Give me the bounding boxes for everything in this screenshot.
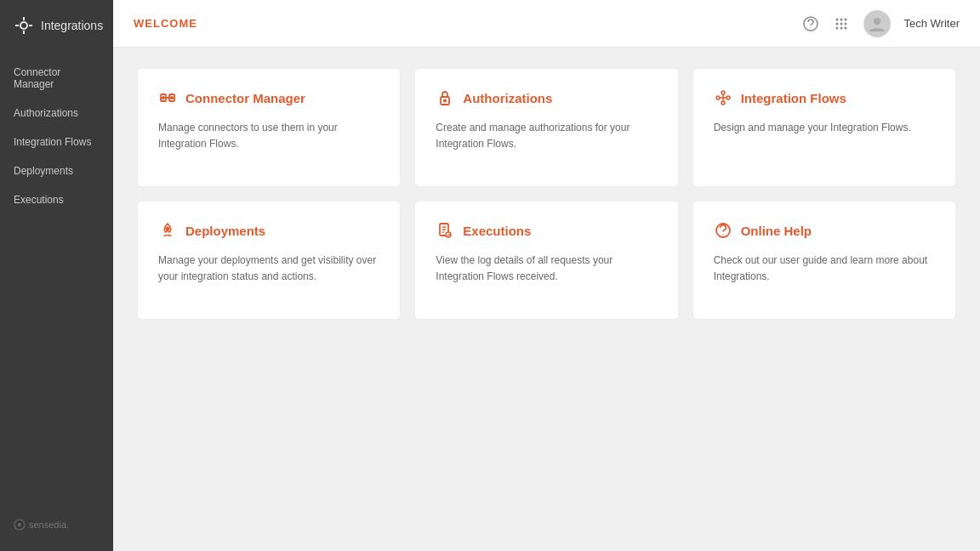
card-description: Create and manage authorizations for you… (436, 120, 657, 152)
card-description: Check out our user guide and learn more … (714, 253, 935, 285)
card-executions[interactable]: Executions View the log details of all r… (414, 201, 678, 320)
svg-point-23 (721, 91, 725, 94)
card-online-help[interactable]: Online Help Check out our user guide and… (692, 201, 956, 320)
card-header: Authorizations (436, 89, 657, 106)
sidebar-item-integration-flows[interactable]: Integration Flows (0, 128, 113, 156)
sidebar: Integrations Connector Manager Authoriza… (0, 0, 113, 551)
online-help-icon (714, 222, 732, 239)
topbar-actions: Tech Writer (802, 10, 960, 37)
card-title: Executions (463, 224, 531, 238)
svg-point-6 (844, 18, 846, 20)
svg-point-7 (835, 22, 838, 25)
svg-point-13 (874, 18, 880, 25)
integration-flows-icon (714, 89, 732, 106)
card-description: Manage your deployments and get visibili… (158, 253, 379, 285)
svg-point-10 (835, 26, 838, 29)
logo-area: Integrations (0, 0, 117, 51)
svg-point-24 (721, 101, 725, 105)
main-area: WELCOME (113, 0, 980, 551)
sidebar-footer: sensedia. (0, 505, 83, 544)
card-description: View the log details of all requests you… (436, 253, 657, 285)
topbar: WELCOME (113, 0, 980, 48)
help-icon[interactable] (802, 15, 819, 32)
sensedia-brand: sensedia. (14, 519, 69, 531)
page-title: WELCOME (134, 17, 197, 30)
svg-point-21 (716, 96, 720, 99)
svg-point-20 (444, 99, 446, 101)
sidebar-nav: Connector Manager Authorizations Integra… (0, 58, 113, 505)
card-deployments[interactable]: Deployments Manage your deployments and … (137, 201, 401, 320)
svg-point-4 (835, 18, 838, 20)
connector-manager-icon (158, 89, 177, 106)
card-title: Connector Manager (185, 91, 305, 105)
logo-text: Integrations (41, 19, 103, 32)
svg-point-29 (446, 232, 451, 237)
svg-point-18 (171, 97, 173, 99)
card-title: Online Help (741, 224, 812, 238)
content-area: Connector Manager Manage connectors to u… (113, 48, 980, 551)
authorizations-icon (436, 89, 454, 106)
svg-point-11 (840, 26, 842, 29)
sidebar-item-executions[interactable]: Executions (0, 185, 113, 214)
card-header: Executions (436, 222, 657, 239)
svg-point-17 (162, 97, 164, 99)
integrations-logo-icon (14, 15, 34, 36)
deployments-icon (158, 222, 177, 239)
card-title: Authorizations (463, 91, 552, 105)
svg-point-5 (840, 18, 842, 20)
avatar[interactable] (863, 10, 891, 37)
card-header: Deployments (158, 222, 379, 239)
grid-icon[interactable] (833, 15, 850, 32)
svg-point-27 (167, 228, 169, 230)
card-title: Integration Flows (741, 91, 846, 105)
svg-point-8 (840, 22, 842, 25)
svg-point-0 (20, 22, 27, 29)
svg-point-2 (18, 523, 21, 526)
sidebar-item-authorizations[interactable]: Authorizations (0, 99, 113, 128)
sidebar-item-deployments[interactable]: Deployments (0, 156, 113, 185)
sidebar-item-connector-manager[interactable]: Connector Manager (0, 58, 113, 99)
card-authorizations[interactable]: Authorizations Create and manage authori… (414, 68, 678, 187)
card-integration-flows[interactable]: Integration Flows Design and manage your… (692, 68, 956, 187)
svg-point-22 (726, 96, 730, 99)
card-header: Connector Manager (158, 89, 379, 106)
card-connector-manager[interactable]: Connector Manager Manage connectors to u… (137, 68, 401, 187)
card-header: Integration Flows (714, 89, 935, 106)
svg-point-12 (844, 26, 846, 29)
executions-icon (436, 222, 454, 239)
svg-point-9 (844, 22, 846, 25)
card-title: Deployments (185, 224, 265, 238)
card-description: Design and manage your Integration Flows… (714, 120, 935, 136)
card-description: Manage connectors to use them in your In… (158, 120, 379, 152)
card-header: Online Help (714, 222, 935, 239)
user-name: Tech Writer (904, 17, 960, 30)
cards-grid: Connector Manager Manage connectors to u… (137, 68, 956, 320)
